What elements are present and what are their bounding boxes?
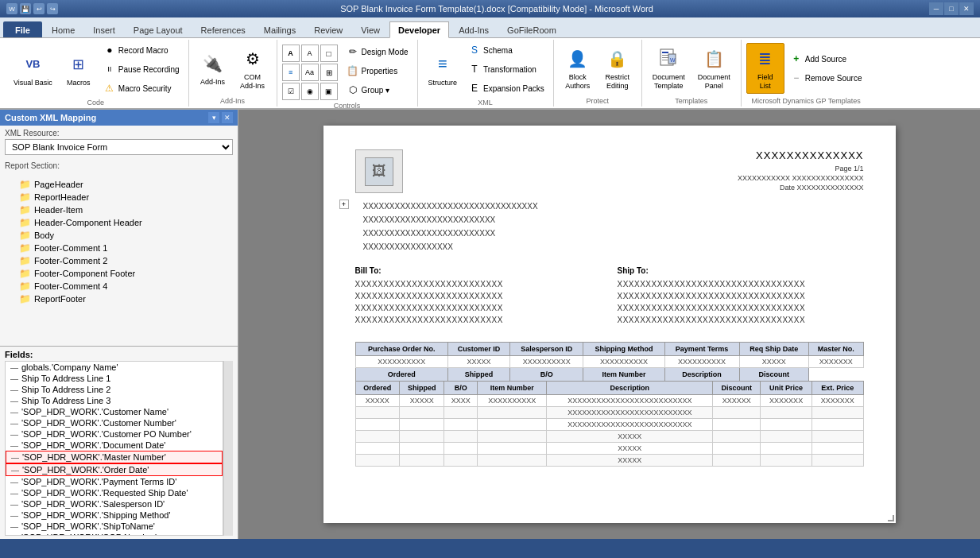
ctrl-4[interactable]: ≡: [282, 64, 300, 81]
pause-recording-button[interactable]: II Pause Recording: [99, 60, 184, 78]
tree-item-label: Footer-Component Footer: [34, 269, 135, 278]
ctrl-3[interactable]: □: [320, 45, 338, 62]
tab-references[interactable]: References: [192, 21, 254, 37]
tree-item-label: Footer-Comment 4: [34, 281, 107, 291]
field-customer-po[interactable]: — 'SOP_HDR_WORK'.'Customer PO Number': [6, 428, 223, 440]
field-icon: —: [11, 453, 19, 462]
add-ins-label: Add-Ins: [200, 78, 225, 87]
field-ship-addr-3[interactable]: — Ship To Address Line 3: [6, 395, 223, 406]
ctrl-7[interactable]: ☑: [282, 83, 300, 100]
fields-scrollbar[interactable]: [223, 361, 233, 536]
tree-item-footer4[interactable]: 📁 Footer-Comment 4: [3, 280, 234, 293]
ship-line-2: XXXXXXXXXXXXXXXXXXXXXXXXXXXXXXXXX: [618, 290, 864, 302]
tree-item-pageheader[interactable]: 📁 PageHeader: [3, 178, 234, 191]
td-ext-price: XXXXXXX: [812, 395, 863, 407]
ctrl-8[interactable]: ◉: [301, 83, 319, 100]
properties-button[interactable]: 📋 Properties: [343, 62, 413, 79]
visual-basic-button[interactable]: VB Visual Basic: [8, 48, 58, 91]
tab-mailings[interactable]: Mailings: [255, 21, 304, 37]
restrict-editing-button[interactable]: 🔒 RestrictEditing: [598, 43, 637, 94]
macro-security-button[interactable]: ⚠ Macro Security: [99, 79, 184, 97]
save-icon[interactable]: 💾: [20, 3, 31, 14]
field-shipping-method[interactable]: — 'SOP_HDR_WORK'.'Shipping Method': [6, 510, 223, 521]
bill-line-1: XXXXXXXXXXXXXXXXXXXXXXXXXX: [355, 278, 602, 290]
sidebar-close-button[interactable]: ✕: [222, 112, 233, 123]
tree-item-footer1[interactable]: 📁 Footer-Comment 1: [3, 242, 234, 254]
remove-source-button[interactable]: − Remove Source: [786, 69, 866, 87]
field-customer-name[interactable]: — 'SOP_HDR_WORK'.'Customer Name': [6, 406, 223, 417]
tab-view[interactable]: View: [352, 21, 389, 37]
table-row-headers2: Ordered Shipped B/O Item Number Descript…: [355, 368, 863, 382]
field-list-button[interactable]: ≣ FieldList: [746, 43, 784, 94]
field-ship-addr-1[interactable]: — Ship To Address Line 1: [6, 373, 223, 384]
tree-item-reportfooter[interactable]: 📁 ReportFooter: [3, 293, 234, 305]
field-req-ship-date[interactable]: — 'SOP_HDR_WORK'.'Requested Ship Date': [6, 487, 223, 498]
tab-home[interactable]: Home: [43, 21, 83, 37]
tree-item-headeritem[interactable]: 📁 Header-Item: [3, 203, 234, 216]
field-customer-number[interactable]: — 'SOP_HDR_WORK'.'Customer Number': [6, 417, 223, 428]
field-shiptoname[interactable]: — 'SOP_HDR_WORK'.'ShipToName': [6, 521, 223, 532]
group-button[interactable]: ⬡ Group ▾: [343, 81, 413, 99]
tab-add-ins[interactable]: Add-Ins: [450, 21, 498, 37]
tree-item-footercomponent[interactable]: 📁 Footer-Component Footer: [3, 267, 234, 280]
add-source-button[interactable]: + Add Source: [786, 50, 866, 68]
maximize-button[interactable]: □: [944, 2, 959, 15]
minimize-button[interactable]: ─: [929, 2, 943, 15]
document-template-button[interactable]: W DocumentTemplate: [647, 43, 691, 94]
field-ship-addr-2[interactable]: — Ship To Address Line 2: [6, 384, 223, 395]
undo-icon[interactable]: ↩: [33, 3, 45, 14]
macro-options-col: ● Record Macro II Pause Recording ⚠ Macr…: [99, 41, 184, 97]
tab-gofileroom[interactable]: GoFileRoom: [498, 21, 565, 37]
field-company-name[interactable]: — globals.'Company Name': [6, 362, 223, 373]
ctrl-1[interactable]: A: [282, 45, 300, 62]
ctrl-5[interactable]: Aa: [301, 64, 319, 81]
field-master-number[interactable]: — 'SOP_HDR_WORK'.'Master Number': [6, 451, 223, 463]
field-document-date[interactable]: — 'SOP_HDR_WORK'.'Document Date': [6, 440, 223, 451]
field-order-date[interactable]: — 'SOP_HDR_WORK'.'Order Date': [6, 463, 223, 476]
field-sop-number[interactable]: — 'SOP_HDR_WORK'.'SOP Number': [6, 532, 223, 536]
schema-button[interactable]: S Schema: [464, 41, 548, 59]
document-panel-button[interactable]: 📋 DocumentPanel: [692, 43, 736, 94]
record-macro-button[interactable]: ● Record Macro: [99, 41, 184, 59]
structure-button[interactable]: ≡ Structure: [423, 48, 463, 91]
block-authors-button[interactable]: 👤 BlockAuthors: [559, 43, 597, 94]
com-add-ins-button[interactable]: ⚙ COMAdd-Ins: [234, 43, 272, 94]
ribbon-group-add-ins: 🔌 Add-Ins ⚙ COMAdd-Ins Add-Ins: [189, 40, 277, 107]
tab-file[interactable]: File: [3, 21, 42, 37]
tree-item-body[interactable]: 📁 Body: [3, 229, 234, 242]
tab-review[interactable]: Review: [305, 21, 351, 37]
tab-insert[interactable]: Insert: [84, 21, 124, 37]
th2-description: Description: [547, 382, 713, 395]
macros-button[interactable]: ⊞ Macros: [60, 48, 98, 91]
tab-page-layout[interactable]: Page Layout: [125, 21, 192, 37]
expand-handle[interactable]: +: [339, 200, 349, 209]
add-ins-button[interactable]: 🔌 Add-Ins: [194, 48, 232, 90]
th2-discount: Discount: [713, 382, 761, 395]
tab-developer[interactable]: Developer: [389, 21, 449, 38]
field-payment-terms[interactable]: — 'SOP_HDR_WORK'.'Payment Terms ID': [6, 476, 223, 487]
redo-icon[interactable]: ↪: [47, 3, 58, 14]
resize-handle[interactable]: [888, 515, 894, 521]
expansion-packs-button[interactable]: E Expansion Packs: [464, 79, 548, 97]
tree-item-label: Footer-Comment 1: [34, 243, 107, 253]
tree-item-footer2[interactable]: 📁 Footer-Comment 2: [3, 254, 234, 267]
ms-dynamics-group-content: ≣ FieldList + Add Source − Remove Source: [746, 41, 866, 95]
tree-item-reportheader[interactable]: 📁 ReportHeader: [3, 191, 234, 203]
design-mode-button[interactable]: ✏ Design Mode: [343, 43, 413, 60]
ship-to-label: Ship To:: [618, 266, 864, 275]
transformation-button[interactable]: T Transformation: [464, 60, 548, 78]
close-button[interactable]: ✕: [959, 2, 974, 15]
field-icon: —: [10, 522, 18, 531]
field-salesperson-id[interactable]: — 'SOP_HDR_WORK'.'Salesperson ID': [6, 498, 223, 510]
invoice-table-detail: Ordered Shipped B/O Item Number Descript…: [355, 381, 864, 467]
ctrl-6[interactable]: ⊞: [320, 64, 338, 81]
bill-line-2: XXXXXXXXXXXXXXXXXXXXXXXXXX: [355, 290, 602, 302]
tree-item-label: Header-Item: [34, 205, 83, 215]
ctrl-2[interactable]: A: [301, 45, 319, 62]
sidebar-pin-button[interactable]: ▾: [208, 112, 219, 123]
tree-item-headercomponent[interactable]: 📁 Header-Component Header: [3, 216, 234, 229]
ctrl-9[interactable]: ▣: [320, 83, 338, 100]
document-template-label: DocumentTemplate: [653, 73, 685, 91]
page-xx: XXXXXXXXXXX XXXXXXXXXXXXXXX: [738, 174, 864, 182]
xml-resource-dropdown[interactable]: SOP Blank Invoice Form: [5, 139, 233, 155]
